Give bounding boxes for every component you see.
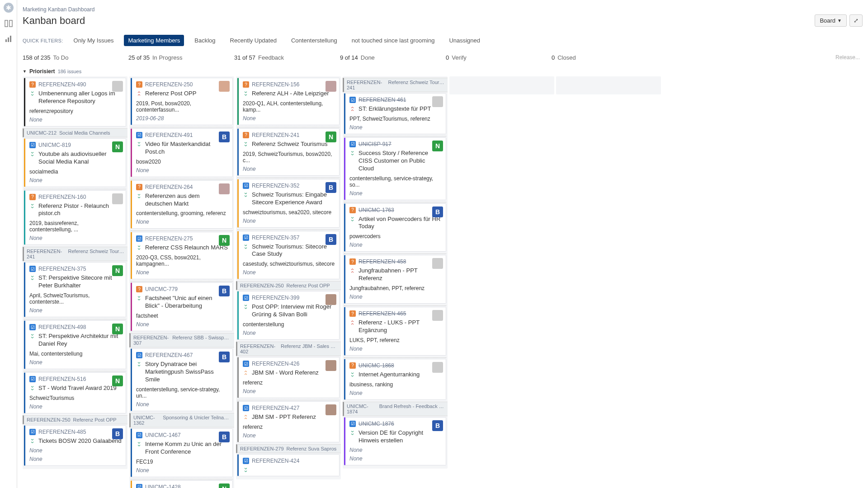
issue-key[interactable]: REFERENZEN-352 <box>252 183 299 189</box>
expand-button[interactable]: ⤢ <box>849 14 863 27</box>
assignee-avatar[interactable]: N <box>112 141 123 152</box>
issue-card[interactable]: ☑REFERENZEN-427JBM SM - PPT Referenzrefe… <box>237 401 340 442</box>
epic-header[interactable]: UNICMC-1874Brand Refresh - Feedback Gerr… <box>343 402 448 416</box>
assignee-avatar[interactable]: N <box>219 235 230 246</box>
column-header-todo[interactable]: 158 of 235To Do <box>23 54 127 61</box>
board-icon[interactable] <box>4 19 13 28</box>
issue-card[interactable]: ☑REFERENZEN-399Post OPP: Interview mit R… <box>237 291 340 340</box>
assignee-avatar[interactable] <box>432 258 443 269</box>
issue-card[interactable]: ?REFERENZEN-156Referenz ALH - Alte Leipz… <box>237 78 340 125</box>
issue-key[interactable]: REFERENZEN-467 <box>145 352 193 358</box>
filter-backlog[interactable]: Backlog <box>190 35 219 46</box>
issue-key[interactable]: REFERENZEN-160 <box>38 194 86 200</box>
app-logo[interactable]: ✱ <box>4 3 14 13</box>
assignee-avatar[interactable] <box>219 81 230 92</box>
filter-contenterstellung[interactable]: Contenterstellung <box>287 35 341 46</box>
issue-key[interactable]: REFERENZEN-427 <box>252 405 299 411</box>
assignee-avatar[interactable] <box>432 362 443 373</box>
filter-only-my-issues[interactable]: Only My Issues <box>70 35 118 46</box>
issue-key[interactable]: REFERENZEN-465 <box>359 310 406 317</box>
assignee-avatar[interactable]: N <box>219 483 230 488</box>
issue-key[interactable]: REFERENZEN-516 <box>38 376 86 382</box>
assignee-avatar[interactable] <box>112 193 123 204</box>
issue-card[interactable]: ?REFERENZEN-465Referenz - LUKS - PPT Erg… <box>344 307 446 356</box>
assignee-avatar[interactable] <box>112 81 123 92</box>
assignee-avatar[interactable]: B <box>112 428 123 439</box>
assignee-avatar[interactable]: N <box>112 375 123 386</box>
issue-card[interactable]: ?REFERENZEN-241Referenz Schweiz Tourismu… <box>237 128 340 176</box>
assignee-avatar[interactable] <box>326 294 336 305</box>
issue-key[interactable]: REFERENZEN-264 <box>145 184 193 190</box>
column-header-closed[interactable]: 0Closed Release... <box>552 54 868 61</box>
filter-unassigned[interactable]: Unassigned <box>445 35 484 46</box>
issue-card[interactable]: ?UNICMC-1868Internet Agenturrankingibusi… <box>344 359 446 400</box>
issue-card[interactable]: ☑UNICMC-1467Interne Komm zu Unic an der … <box>131 428 233 477</box>
assignee-avatar[interactable] <box>326 81 336 92</box>
issue-key[interactable]: REFERENZEN-485 <box>38 429 86 435</box>
issue-card[interactable]: ?REFERENZEN-160Referenz Pistor - Relaunc… <box>24 190 126 245</box>
issue-key[interactable]: REFERENZEN-275 <box>145 235 193 242</box>
filter-not-touched[interactable]: not touched since last grooming <box>348 35 439 46</box>
assignee-avatar[interactable]: N <box>112 324 123 334</box>
issue-key[interactable]: REFERENZEN-357 <box>252 235 299 241</box>
column-header-feedback[interactable]: 31 of 57Feedback <box>234 54 339 61</box>
reports-icon[interactable] <box>4 34 13 43</box>
epic-header[interactable]: UNICMC-212Social Media Channels <box>23 128 127 137</box>
epic-header[interactable]: REFERENZEN-241Referenz Schweiz Tourismus <box>343 78 448 92</box>
issue-key[interactable]: REFERENZEN-156 <box>252 81 299 88</box>
issue-card[interactable]: ☑REFERENZEN-461ST: Erklärungstexte für P… <box>344 93 446 134</box>
issue-key[interactable]: UNICMC-1467 <box>145 432 181 438</box>
assignee-avatar[interactable]: B <box>432 420 443 431</box>
issue-card[interactable]: ☑REFERENZEN-426JBM SM - Word Referenzref… <box>237 357 340 398</box>
issue-card[interactable]: ☑REFERENZEN-352Schweiz Tourismus: Eingab… <box>237 179 340 228</box>
assignee-avatar[interactable]: N <box>326 131 336 142</box>
issue-card[interactable]: ☑REFERENZEN-498ST: Perspektive Architekt… <box>24 320 126 369</box>
assignee-avatar[interactable]: N <box>112 265 123 276</box>
assignee-avatar[interactable]: B <box>219 352 230 362</box>
issue-card[interactable]: ☑REFERENZEN-275Referenz CSS Relaunch MAR… <box>131 232 233 279</box>
epic-header[interactable]: REFERENZEN-402Referenz JBM - Sales Manua… <box>236 342 341 356</box>
filter-marketing-members[interactable]: Marketing Members <box>124 35 184 46</box>
issue-key[interactable]: REFERENZEN-426 <box>252 361 299 367</box>
issue-key[interactable]: REFERENZEN-424 <box>252 458 299 464</box>
issue-card[interactable]: ☑REFERENZEN-485Tickets BOSW 2020 Galaabe… <box>24 425 126 466</box>
assignee-avatar[interactable]: B <box>326 234 336 245</box>
assignee-avatar[interactable]: B <box>432 206 443 217</box>
issue-card[interactable]: ☑UNICISP-917Success Story / Reference CI… <box>344 137 446 200</box>
issue-key[interactable]: UNICMC-1763 <box>359 207 394 213</box>
issue-key[interactable]: UNICISP-917 <box>359 141 392 147</box>
issue-card[interactable]: ?REFERENZEN-458Jungfraubahnen - PPT Refe… <box>344 255 446 304</box>
issue-key[interactable]: UNICMC-819 <box>38 142 71 148</box>
assignee-avatar[interactable] <box>219 183 230 194</box>
issue-key[interactable]: REFERENZEN-250 <box>145 81 193 88</box>
epic-header[interactable]: REFERENZEN-250Referenz Post OPP <box>236 281 341 290</box>
issue-key[interactable]: REFERENZEN-491 <box>145 132 193 138</box>
issue-card[interactable]: ☑REFERENZEN-516ST - World Travel Award 2… <box>24 372 126 413</box>
swimlane-collapse-icon[interactable]: ▼ <box>23 69 27 74</box>
epic-header[interactable]: UNICMC-1362Sponsoring & Unicler Teilnahm… <box>129 413 234 427</box>
assignee-avatar[interactable]: B <box>219 432 230 442</box>
epic-header[interactable]: REFERENZEN-250Referenz Post OPP <box>23 415 127 424</box>
issue-card[interactable]: ☑REFERENZEN-375ST: Perspektive Sitecore … <box>24 262 126 317</box>
assignee-avatar[interactable] <box>432 310 443 321</box>
column-header-verify[interactable]: 0Verify <box>446 54 551 61</box>
release-button[interactable]: Release... <box>835 54 860 61</box>
epic-header[interactable]: REFERENZEN-279Referenz Suva Sapros <box>236 444 341 453</box>
issue-card[interactable]: ?REFERENZEN-490Umbenennung aller Logos i… <box>24 78 126 127</box>
issue-card[interactable]: ☑UNICMC-1876Version DE für Copyright Hin… <box>344 417 446 465</box>
issue-card[interactable]: ☑REFERENZEN-491Video für Masterkandidat … <box>131 128 233 177</box>
issue-card[interactable]: ?UNICMC-1763Artikel von Powercoders für … <box>344 203 446 252</box>
issue-card[interactable]: ?REFERENZEN-250Referenz Post OPP2019, Po… <box>131 78 233 125</box>
issue-key[interactable]: REFERENZEN-490 <box>38 81 86 88</box>
epic-header[interactable]: REFERENZEN-241Referenz Schweiz Tourismus <box>23 247 127 261</box>
issue-key[interactable]: REFERENZEN-399 <box>252 295 299 301</box>
assignee-avatar[interactable]: N <box>432 141 443 151</box>
filter-recently-updated[interactable]: Recently Updated <box>226 35 281 46</box>
column-header-done[interactable]: 9 of 14Done <box>340 54 445 61</box>
issue-card[interactable]: ☑UNICMC-1428N <box>131 480 233 488</box>
issue-key[interactable]: REFERENZEN-498 <box>38 324 86 330</box>
assignee-avatar[interactable] <box>432 96 443 107</box>
assignee-avatar[interactable]: B <box>219 286 230 296</box>
assignee-avatar[interactable] <box>326 360 336 371</box>
assignee-avatar[interactable]: B <box>219 131 230 142</box>
